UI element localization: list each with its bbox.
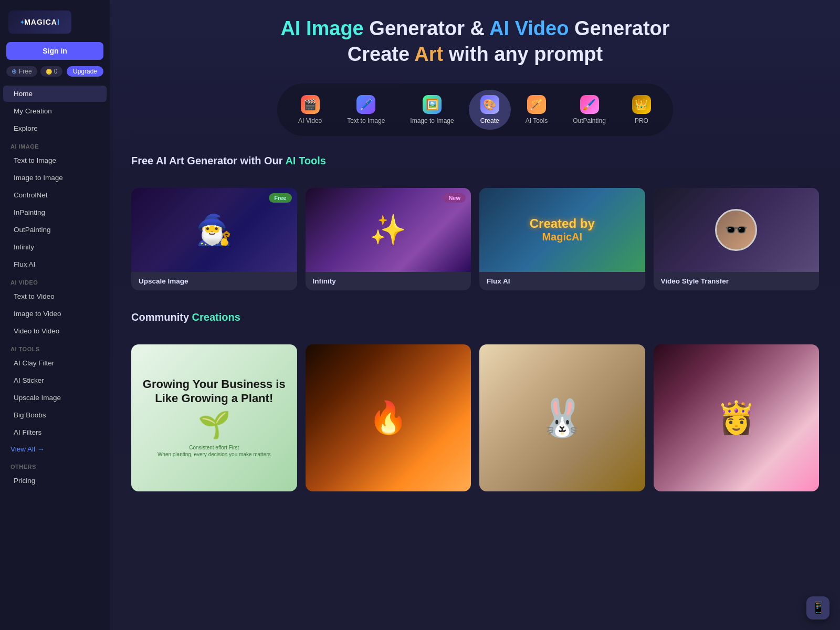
community-grid: Growing Your Business is Like Growing a … (131, 344, 819, 491)
device-icon: 📱 (811, 601, 825, 615)
others-section-label: Others (0, 457, 110, 472)
community-card-fire[interactable]: 🔥 (306, 344, 471, 491)
community-image-plant: Growing Your Business is Like Growing a … (131, 344, 297, 491)
ai-image-section-label: AI Image (0, 137, 110, 152)
top-nav-image-to-image[interactable]: 🖼️ Image to Image (400, 90, 464, 130)
ai-video-section-label: AI Video (0, 273, 110, 288)
hero-ai-video: AI Video (489, 17, 569, 39)
community-image-princess: 👸 (654, 344, 820, 491)
tools-grid: 🧙‍♂️ Free Upscale Image ✨ New Infinity C… (131, 188, 819, 290)
top-nav-ai-video[interactable]: 🎬 AI Video (288, 90, 332, 130)
sidebar-item-video-to-video[interactable]: Video to Video (3, 323, 107, 339)
community-card-rabbit[interactable]: 🐰 (479, 344, 645, 491)
create-nav-icon: 🎨 (480, 95, 499, 114)
top-nav-pro[interactable]: 👑 PRO (621, 90, 663, 130)
sidebar-item-ai-sticker[interactable]: AI Sticker (3, 372, 107, 388)
arrow-right-icon: → (37, 445, 45, 453)
sign-in-button[interactable]: Sign in (6, 42, 103, 60)
tool-card-video-style[interactable]: 🕶️ Video Style Transfer (654, 188, 820, 290)
hero-title: AI Image Generator & AI Video Generator … (131, 16, 819, 68)
view-all-link[interactable]: View All → (0, 441, 110, 457)
sidebar: ✦ MAGICAI Sign in Free 0 Upgrade Home My… (0, 0, 110, 630)
tool-card-label-flux: Flux AI (479, 272, 645, 290)
ai-tools-nav-icon: 🪄 (527, 95, 546, 114)
sidebar-item-upscale-image[interactable]: Upscale Image (3, 390, 107, 406)
pro-nav-icon: 👑 (632, 95, 651, 114)
sidebar-item-big-boobs[interactable]: Big Boobs (3, 407, 107, 423)
text-to-image-nav-icon: 🖊️ (356, 95, 375, 114)
floating-device-button[interactable]: 📱 (806, 596, 830, 620)
sidebar-item-home[interactable]: Home (3, 86, 107, 102)
free-badge: Free (6, 66, 37, 77)
top-nav-text-to-image[interactable]: 🖊️ Text to Image (337, 90, 395, 130)
top-nav-bar: 🎬 AI Video 🖊️ Text to Image 🖼️ Image to … (277, 83, 673, 136)
sidebar-item-inpainting[interactable]: InPainting (3, 204, 107, 220)
hero-section: AI Image Generator & AI Video Generator … (131, 16, 819, 68)
ai-video-nav-icon: 🎬 (301, 95, 320, 114)
app-logo: ✦ MAGICAI (8, 10, 71, 34)
image-to-image-nav-icon: 🖼️ (423, 95, 442, 114)
tool-card-infinity[interactable]: ✨ New Infinity (306, 188, 471, 290)
community-card-princess[interactable]: 👸 (654, 344, 820, 491)
sidebar-item-infinity[interactable]: Infinity (3, 239, 107, 255)
tools-section-title: Free AI Art Generator with Our AI Tools (131, 155, 326, 167)
tool-card-image-flux: Created by MagicAI (479, 188, 645, 272)
sidebar-item-ai-filters[interactable]: AI Filters (3, 424, 107, 440)
ai-tools-section-label: AI Tools (0, 340, 110, 354)
sidebar-item-my-creation[interactable]: My Creation (3, 103, 107, 119)
tool-card-upscale[interactable]: 🧙‍♂️ Free Upscale Image (131, 188, 297, 290)
sidebar-item-text-to-video[interactable]: Text to Video (3, 288, 107, 304)
coin-badge: 0 (40, 66, 63, 77)
community-card-plant[interactable]: Growing Your Business is Like Growing a … (131, 344, 297, 491)
community-image-fire: 🔥 (306, 344, 471, 491)
outpainting-nav-icon: 🖌️ (580, 95, 599, 114)
sidebar-item-outpainting[interactable]: OutPainting (3, 222, 107, 238)
sidebar-item-pricing[interactable]: Pricing (3, 472, 107, 489)
tool-card-label-infinity: Infinity (306, 272, 471, 290)
tool-card-image-video-style: 🕶️ (654, 188, 820, 272)
community-section-title: Community Creations (131, 311, 240, 323)
tool-badge-free: Free (269, 193, 291, 203)
main-content: AI Image Generator & AI Video Generator … (110, 0, 840, 630)
sidebar-item-image-to-image[interactable]: Image to Image (3, 170, 107, 186)
tools-section-header: Free AI Art Generator with Our AI Tools (131, 155, 819, 177)
community-section-header: Community Creations (131, 311, 819, 334)
hero-art: Art (414, 43, 443, 65)
upgrade-button[interactable]: Upgrade (67, 66, 103, 77)
hero-ai-image: AI Image (280, 17, 363, 39)
sidebar-item-text-to-image[interactable]: Text to Image (3, 152, 107, 169)
community-image-rabbit: 🐰 (479, 344, 645, 491)
top-nav-create[interactable]: 🎨 Create (469, 90, 511, 130)
tool-card-label-video-style: Video Style Transfer (654, 272, 820, 290)
sidebar-item-flux-ai[interactable]: Flux AI (3, 256, 107, 272)
top-nav-ai-tools[interactable]: 🪄 AI Tools (515, 90, 558, 130)
logo-area: ✦ MAGICAI (0, 6, 110, 42)
account-bar: Free 0 Upgrade (6, 66, 103, 77)
tool-card-flux[interactable]: Created by MagicAI Flux AI (479, 188, 645, 290)
top-nav-outpainting[interactable]: 🖌️ OutPainting (562, 90, 616, 130)
sidebar-item-ai-clay-filter[interactable]: AI Clay Filter (3, 355, 107, 371)
tool-card-label-upscale: Upscale Image (131, 272, 297, 290)
sidebar-item-image-to-video[interactable]: Image to Video (3, 306, 107, 322)
tool-badge-new: New (443, 193, 466, 203)
sidebar-item-controlnet[interactable]: ControlNet (3, 187, 107, 203)
sidebar-item-explore[interactable]: Explore (3, 120, 107, 136)
